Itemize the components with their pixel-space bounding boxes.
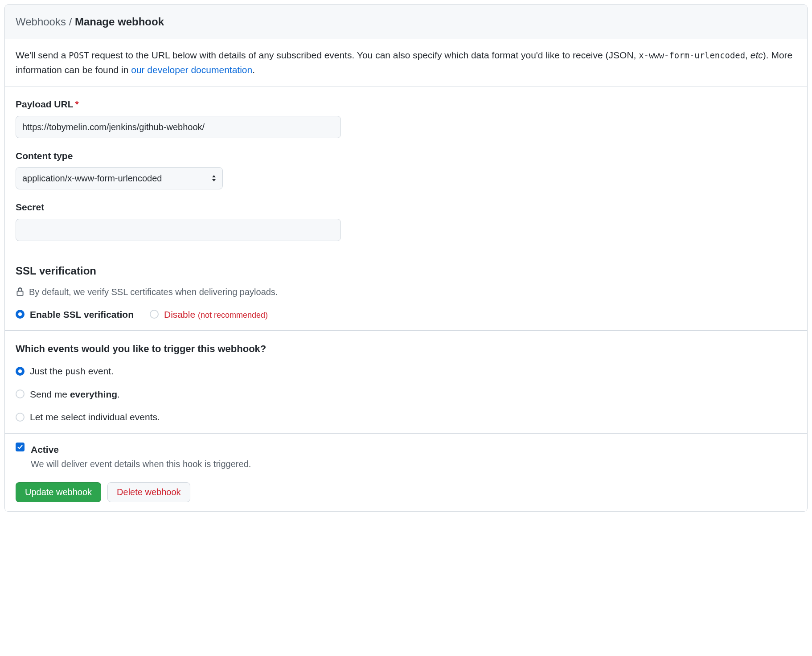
event-individual-option[interactable]: Let me select individual events. — [16, 410, 796, 424]
event-push-suffix: event. — [86, 366, 114, 376]
ssl-disable-option[interactable]: Disable (not recommended) — [150, 308, 268, 322]
content-type-select[interactable]: application/x-www-form-urlencoded — [16, 167, 223, 189]
payload-url-input[interactable] — [16, 116, 341, 138]
desc-code-form: x-www-form-urlencoded — [639, 50, 745, 60]
ssl-note-text: By default, we verify SSL certificates w… — [29, 285, 278, 299]
event-push-radio[interactable] — [16, 367, 25, 376]
webhook-panel: Webhooks / Manage webhook We'll send a P… — [4, 4, 808, 512]
event-everything-prefix: Send me — [30, 389, 70, 399]
active-note: We will deliver event details when this … — [31, 457, 251, 471]
form-fields-section: Payload URL* Content type application/x-… — [5, 86, 807, 252]
description-text: We'll send a POST request to the URL bel… — [16, 48, 796, 77]
delete-webhook-button[interactable]: Delete webhook — [107, 482, 190, 502]
check-icon — [17, 444, 23, 450]
ssl-section: SSL verification By default, we verify S… — [5, 252, 807, 331]
ssl-heading: SSL verification — [16, 263, 796, 279]
event-everything-bold: everything — [70, 389, 117, 399]
ssl-enable-label: Enable SSL verification — [30, 308, 134, 322]
event-push-option[interactable]: Just the push event. — [16, 364, 796, 378]
content-type-label: Content type — [16, 149, 796, 163]
event-push-code: push — [65, 366, 86, 376]
ssl-disable-label: Disable — [164, 309, 195, 320]
event-everything-option[interactable]: Send me everything. — [16, 387, 796, 402]
events-radio-group: Just the push event. Send me everything.… — [16, 364, 796, 424]
panel-header: Webhooks / Manage webhook — [5, 5, 807, 39]
desc-suffix: . — [252, 65, 255, 75]
breadcrumb-separator: / — [69, 16, 72, 28]
secret-field: Secret — [16, 200, 796, 241]
payload-url-label: Payload URL* — [16, 97, 796, 111]
events-heading: Which events would you like to trigger t… — [16, 341, 796, 356]
ssl-disable-radio[interactable] — [150, 310, 159, 319]
breadcrumb-parent[interactable]: Webhooks — [16, 16, 66, 28]
active-section: Active We will deliver event details whe… — [5, 434, 807, 512]
payload-url-field: Payload URL* — [16, 97, 796, 138]
active-label: Active — [31, 443, 251, 457]
ssl-enable-option[interactable]: Enable SSL verification — [16, 308, 134, 322]
desc-code-post: POST — [69, 50, 89, 60]
event-individual-radio[interactable] — [16, 413, 25, 422]
event-everything-radio[interactable] — [16, 390, 25, 398]
event-individual-label: Let me select individual events. — [30, 410, 160, 424]
breadcrumb-current: Manage webhook — [75, 16, 164, 28]
desc-prefix: We'll send a — [16, 50, 69, 60]
event-everything-suffix: . — [117, 389, 120, 399]
description-section: We'll send a POST request to the URL bel… — [5, 39, 807, 86]
active-checkbox[interactable] — [16, 443, 25, 451]
ssl-disable-note: (not recommended) — [198, 311, 268, 320]
secret-label: Secret — [16, 200, 796, 214]
payload-url-label-text: Payload URL — [16, 99, 74, 109]
lock-icon — [16, 287, 25, 296]
developer-docs-link[interactable]: our developer documentation — [131, 65, 252, 75]
ssl-radio-group: Enable SSL verification Disable (not rec… — [16, 308, 796, 322]
ssl-note-row: By default, we verify SSL certificates w… — [16, 285, 796, 299]
desc-mid2: , — [745, 50, 750, 60]
events-section: Which events would you like to trigger t… — [5, 331, 807, 434]
secret-input[interactable] — [16, 219, 341, 241]
event-push-prefix: Just the — [30, 366, 65, 376]
ssl-enable-radio[interactable] — [16, 310, 25, 319]
active-text: Active We will deliver event details whe… — [31, 443, 251, 471]
required-star: * — [75, 99, 79, 109]
desc-etc: etc — [750, 50, 763, 60]
update-webhook-button[interactable]: Update webhook — [16, 482, 101, 502]
button-row: Update webhook Delete webhook — [16, 482, 796, 502]
content-type-field: Content type application/x-www-form-urle… — [16, 149, 796, 190]
desc-mid1: request to the URL below with details of… — [89, 50, 639, 60]
